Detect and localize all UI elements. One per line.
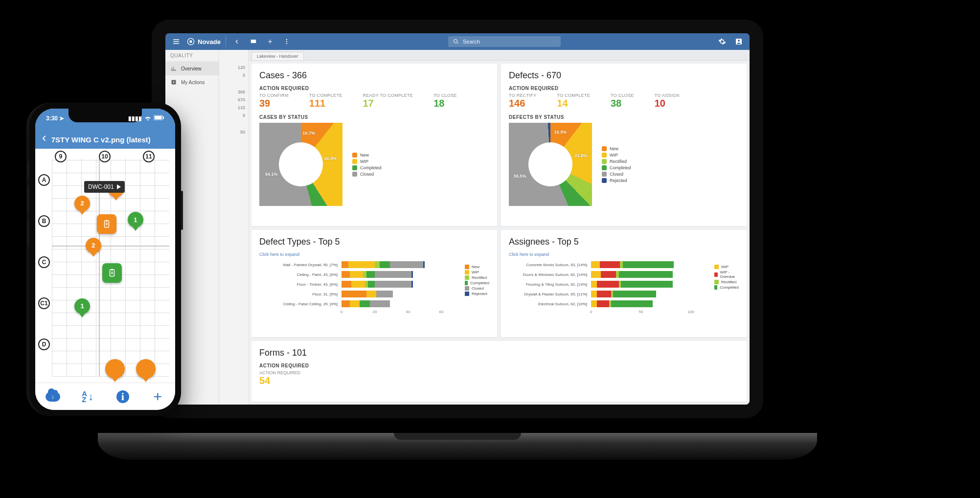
bar-segment — [597, 291, 611, 297]
action-to-close[interactable]: TO CLOSE18 — [433, 93, 457, 109]
map-pin[interactable] — [136, 359, 156, 379]
legend-label: Closed — [472, 286, 484, 291]
legend-label: WIP — [721, 265, 729, 269]
clipboard-icon — [102, 220, 111, 228]
grid-row-label: B — [38, 215, 50, 227]
workspace-icon[interactable] — [248, 36, 259, 47]
floorplan-title: 7STY WING C v2.png (latest) — [51, 136, 151, 144]
action-to-rectify[interactable]: TO RECTIFY146 — [509, 93, 536, 109]
defect-types-expand[interactable]: Click here to expand — [259, 252, 489, 257]
search-icon — [453, 39, 459, 45]
legend-label: WIP — [472, 270, 479, 274]
legend-swatch — [465, 270, 469, 274]
grid-col-label: 11 — [143, 151, 155, 162]
card-cases: Cases - 366 ACTION REQUIRED TO CONFIRM39… — [251, 64, 497, 226]
legend-item: WIP — [714, 265, 739, 269]
tab-project[interactable]: Lakeview - Handover — [251, 52, 304, 60]
legend-item: WIP — [465, 270, 489, 274]
defect-types-legend: NewWIPRectifiedCompletedClosedRejected — [445, 264, 489, 313]
bar-segment — [366, 291, 376, 297]
main: Lakeview - Handover Cases - 366 ACTION R… — [249, 50, 750, 405]
search-input[interactable] — [462, 38, 550, 45]
map-pin[interactable] — [105, 359, 125, 379]
sidebar-item-my-actions[interactable]: My Actions — [165, 75, 219, 89]
assignees-expand[interactable]: Click here to expand — [509, 252, 739, 257]
status-right: ▮▮▮▮ — [128, 115, 164, 122]
legend-item: WIP - Overdue — [714, 270, 739, 279]
bar-segment — [350, 271, 363, 278]
bar-row — [591, 279, 691, 289]
counter-value: 115 — [238, 105, 245, 110]
legend-swatch — [465, 286, 469, 291]
phone-mute-switch — [27, 161, 29, 179]
svg-point-1 — [189, 40, 192, 43]
map-pin[interactable] — [102, 263, 122, 283]
map-pin[interactable]: 2 — [74, 196, 90, 211]
bar-segment — [423, 261, 425, 268]
legend-label: WIP — [610, 153, 618, 158]
legend-label: Rejected — [472, 292, 487, 296]
action-to-confirm[interactable]: TO CONFIRM39 — [259, 93, 289, 109]
search-box[interactable] — [448, 36, 561, 47]
download-button[interactable]: ↓ — [44, 388, 62, 406]
svg-rect-11 — [155, 116, 162, 119]
counter-value: 9 — [243, 113, 245, 118]
brand-name: Novade — [198, 38, 221, 45]
action-to-close[interactable]: TO CLOSE38 — [611, 93, 634, 109]
floorplan[interactable]: 91011 ABCC1D 22121 DWC-001 — [35, 149, 175, 383]
pin-pointer — [112, 378, 118, 382]
bar-segment — [591, 291, 597, 297]
action-label: TO COMPLETE — [309, 93, 342, 98]
bar-row — [591, 270, 691, 279]
sidebar-item-label: Overview — [181, 66, 202, 71]
bar-segment — [342, 271, 350, 278]
legend-item: Closed — [352, 172, 382, 177]
add-icon[interactable] — [264, 36, 276, 47]
sort-button[interactable]: AZ↓ — [79, 388, 96, 406]
cases-actions: TO CONFIRM39TO COMPLETE111READY TO COMPL… — [259, 93, 489, 109]
action-to-complete[interactable]: TO COMPLETE111 — [309, 93, 342, 109]
legend-label: Closed — [610, 172, 623, 177]
bar-segment — [348, 261, 375, 268]
add-button[interactable]: + — [149, 388, 166, 406]
info-button[interactable]: i — [114, 388, 132, 406]
action-value: 17 — [363, 98, 413, 109]
map-pin[interactable]: 1 — [74, 298, 90, 314]
svg-rect-2 — [251, 40, 256, 43]
back-button[interactable]: ‹ — [42, 131, 46, 144]
more-icon[interactable] — [281, 36, 293, 47]
settings-icon[interactable] — [716, 36, 728, 47]
legend-swatch — [465, 292, 469, 296]
sidebar-item-overview[interactable]: Overview — [165, 62, 219, 75]
menu-icon[interactable] — [170, 36, 182, 47]
grid-col-label: 9 — [55, 151, 67, 162]
defects-action-required-label: ACTION REQUIRED — [509, 86, 739, 91]
bar-label: Wall - Painted Drywall, 50, [7%] — [259, 260, 338, 270]
bar-label: Drywall & Plaster Subcon, 65, [11%] — [509, 289, 587, 299]
bar-segment — [370, 300, 390, 307]
map-pin[interactable] — [97, 214, 116, 234]
case-tag[interactable]: DWC-001 — [84, 181, 125, 193]
action-label: TO ASSIGN — [655, 93, 680, 98]
pin-pointer — [79, 211, 85, 215]
back-icon[interactable] — [231, 36, 243, 47]
donut-pct: 55.5% — [514, 174, 526, 179]
defects-title: Defects - 670 — [509, 70, 739, 81]
action-ready-to-complete[interactable]: READY TO COMPLETE17 — [363, 93, 413, 109]
bar-segment — [591, 300, 597, 307]
map-pin[interactable]: 1 — [128, 212, 143, 227]
action-to-complete[interactable]: TO COMPLETE14 — [557, 93, 590, 109]
defect-types-labels: Wall - Painted Drywall, 50, [7%]Ceiling … — [259, 260, 338, 317]
account-icon[interactable] — [733, 36, 745, 47]
bar-label: Floor - Timber, 43, [6%] — [259, 279, 338, 289]
action-to-assign[interactable]: TO ASSIGN10 — [655, 93, 680, 109]
play-icon — [117, 184, 121, 189]
assignees-labels: Concrete Works Subcon, 83, [14%]Doors & … — [509, 260, 587, 317]
map-pin[interactable]: 2 — [86, 238, 101, 253]
dashboard: Cases - 366 ACTION REQUIRED TO CONFIRM39… — [249, 61, 750, 405]
legend-swatch — [714, 280, 719, 284]
defects-donut-chart: 10.3%21.8%55.5% — [509, 123, 592, 206]
phone-mockup: 3:30 ➤ ▮▮▮▮ ‹ 7STY WING C v2.png (latest… — [29, 103, 181, 416]
legend-item: Completed — [352, 165, 382, 170]
sidebar-item-label: My Actions — [181, 80, 205, 85]
